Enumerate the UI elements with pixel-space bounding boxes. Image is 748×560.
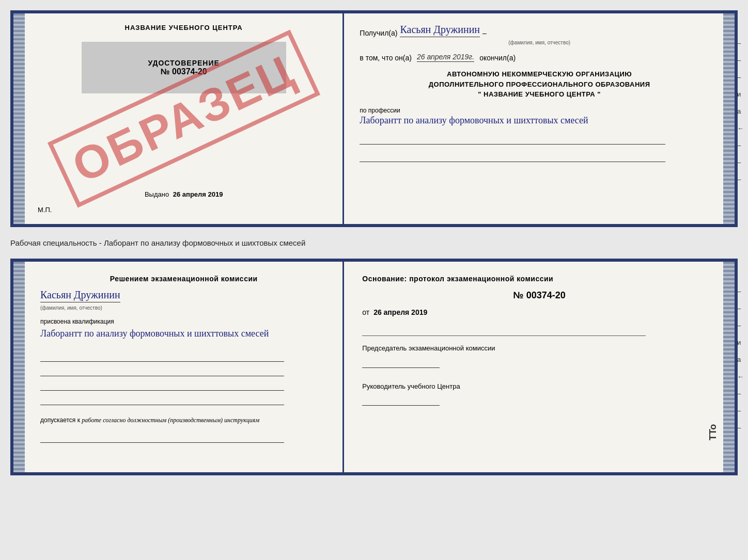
org-line3: " НАЗВАНИЕ УЧЕБНОГО ЦЕНТРА " bbox=[360, 89, 719, 100]
rukovoditel-sign-line bbox=[362, 395, 440, 406]
fio-sublabel: (фамилия, имя, отчество) bbox=[360, 40, 719, 45]
org-line2: ДОПОЛНИТЕЛЬНОГО ПРОФЕССИОНАЛЬНОГО ОБРАЗО… bbox=[360, 79, 719, 90]
predsedatel-label: Председатель экзаменационной комиссии bbox=[362, 343, 716, 354]
blank-line-2 bbox=[360, 152, 665, 162]
fio-section: Касьян Дружинин (фамилия, имя, отчество) bbox=[40, 289, 327, 312]
bottom-fio-name: Касьян Дружинин bbox=[40, 289, 120, 302]
okonchil-label: окончил(а) bbox=[479, 54, 516, 62]
vydano-date: 26 апреля 2019 bbox=[173, 190, 223, 198]
protocol-number: № 00374-20 bbox=[362, 290, 716, 301]
vydano-line: Выдано 26 апреля 2019 bbox=[145, 190, 223, 198]
top-doc-left: НАЗВАНИЕ УЧЕБНОГО ЦЕНТРА ОБРАЗЕЦ УДОСТОВ… bbox=[25, 13, 344, 224]
vtom-section: в том, что он(а) 26 апреля 2019г. окончи… bbox=[360, 53, 719, 62]
tto-mark: TTo bbox=[708, 424, 719, 441]
top-doc-right: Получил(а) Касьян Дружинин – (фамилия, и… bbox=[344, 13, 735, 224]
vtom-date: 26 апреля 2019г. bbox=[417, 53, 474, 62]
udostoverenie-block: УДОСТОВЕРЕНИЕ № 00374-20 bbox=[82, 42, 286, 93]
bottom-doc-left: Решением экзаменационной комиссии Касьян… bbox=[25, 262, 344, 472]
vtom-label: в том, что он(а) bbox=[360, 54, 412, 62]
binding-right-bottom bbox=[723, 262, 735, 472]
dopusk-text: работе согласно должностным (производств… bbox=[82, 417, 259, 424]
ot-label: от bbox=[362, 308, 369, 316]
prisvoena-label: присвоена квалификация bbox=[40, 318, 327, 325]
vydano-prefix: Выдано bbox=[145, 190, 169, 198]
blank-line-1 bbox=[360, 134, 665, 145]
protocol-date-section: от 26 апреля 2019 bbox=[362, 308, 716, 316]
poluchil-label: Получил(а) bbox=[360, 29, 397, 37]
predsedatel-block: Председатель экзаменационной комиссии bbox=[362, 343, 716, 368]
binding-right-top bbox=[723, 13, 735, 224]
sign-line-2 bbox=[40, 366, 284, 376]
qualification-text: Лаборантт по анализу формовочных и шихтт… bbox=[40, 328, 269, 339]
udost-label: УДОСТОВЕРЕНИЕ bbox=[148, 59, 219, 67]
rukovoditel-label: Руководитель учебного Центра bbox=[362, 381, 716, 392]
bottom-fio-sub: (фамилия, имя, отчество) bbox=[40, 305, 102, 311]
osnovanie-text: Основание: протокол экзаменационной коми… bbox=[362, 275, 716, 283]
prisvoena-block: присвоена квалификация Лаборантт по анал… bbox=[40, 318, 327, 340]
top-document: НАЗВАНИЕ УЧЕБНОГО ЦЕНТРА ОБРАЗЕЦ УДОСТОВ… bbox=[10, 10, 738, 227]
recipient-name: Касьян Дружинин bbox=[400, 24, 480, 37]
bottom-doc-right: Основание: протокол экзаменационной коми… bbox=[344, 262, 735, 472]
side-marks-bottom: – – – и а ← – – – bbox=[737, 287, 744, 431]
bottom-lines bbox=[40, 351, 327, 405]
profession-text: Лаборантт по анализу формовочных и шихтт… bbox=[360, 115, 588, 125]
udost-number: № 00374-20 bbox=[161, 67, 207, 76]
dopuskaetsya-prefix: допускается к bbox=[40, 417, 80, 424]
binding-left-top bbox=[13, 13, 25, 224]
rukovoditel-block: Руководитель учебного Центра bbox=[362, 381, 716, 406]
mp-line: М.П. bbox=[38, 206, 52, 214]
sign-line-5 bbox=[40, 433, 284, 443]
prof-block: по профессии Лаборантт по анализу формов… bbox=[360, 107, 719, 127]
po-professii-label: по профессии bbox=[360, 107, 719, 114]
org-line1: АВТОНОМНУЮ НЕКОММЕРЧЕСКУЮ ОРГАНИЗАЦИЮ bbox=[360, 69, 719, 79]
protocol-date: 26 апреля 2019 bbox=[373, 308, 427, 316]
sign-line-4 bbox=[40, 395, 284, 405]
sign-line-3 bbox=[40, 380, 284, 391]
bottom-document: Решением экзаменационной комиссии Касьян… bbox=[10, 259, 738, 475]
page-container: НАЗВАНИЕ УЧЕБНОГО ЦЕНТРА ОБРАЗЕЦ УДОСТОВ… bbox=[10, 10, 738, 475]
poluchil-section: Получил(а) Касьян Дружинин – (фамилия, и… bbox=[360, 24, 719, 45]
sign-line-1 bbox=[40, 351, 284, 362]
binding-left-bottom bbox=[13, 262, 25, 472]
doc-title: НАЗВАНИЕ УЧЕБНОГО ЦЕНТРА bbox=[125, 24, 243, 31]
org-block: АВТОНОМНУЮ НЕКОММЕРЧЕСКУЮ ОРГАНИЗАЦИЮ ДО… bbox=[360, 69, 719, 100]
dopuskaetsya-section: допускается к работе согласно должностны… bbox=[40, 417, 327, 424]
protocol-underline bbox=[362, 327, 646, 336]
dash-separator: – bbox=[482, 29, 487, 37]
resheniem-text: Решением экзаменационной комиссии bbox=[40, 275, 327, 283]
predsedatel-sign-line bbox=[362, 358, 440, 368]
side-marks-top: – – – и а ← – – – bbox=[737, 39, 744, 183]
specialty-line: Рабочая специальность - Лаборант по анал… bbox=[10, 236, 738, 249]
